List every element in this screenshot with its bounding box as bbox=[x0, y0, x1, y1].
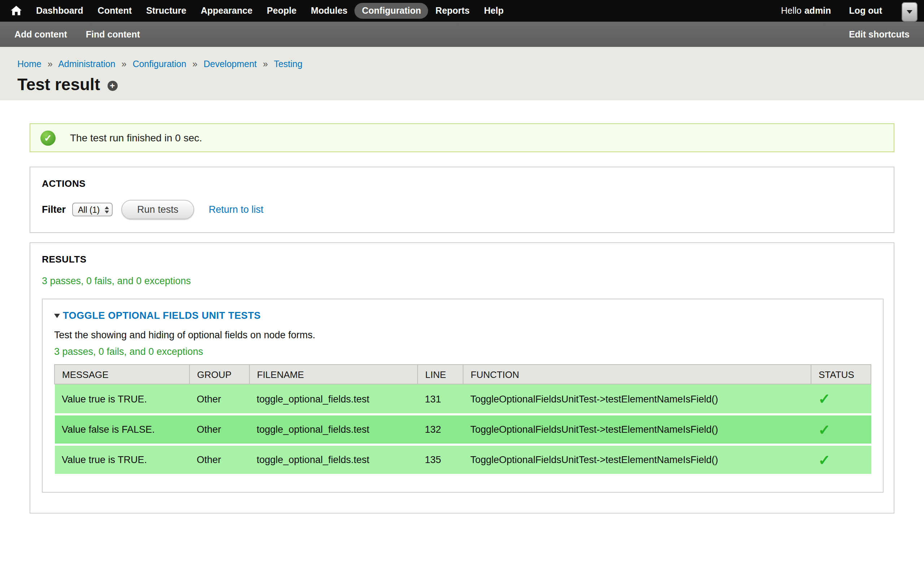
table-row: Value false is FALSE. Other toggle_optio… bbox=[55, 414, 871, 445]
test-group-toggle[interactable]: TOGGLE OPTIONAL FIELDS UNIT TESTS bbox=[54, 310, 261, 321]
menu-item-help[interactable]: Help bbox=[477, 3, 511, 19]
select-arrows-icon bbox=[105, 206, 109, 213]
add-shortcut-icon[interactable]: + bbox=[107, 81, 117, 91]
menu-item-configuration[interactable]: Configuration bbox=[355, 3, 428, 19]
cell-group: Other bbox=[189, 414, 249, 445]
table-row: Value true is TRUE. Other toggle_optiona… bbox=[55, 445, 871, 475]
actions-panel: ACTIONS Filter All (1) Run tests Return … bbox=[30, 167, 894, 233]
cell-message: Value false is FALSE. bbox=[55, 414, 189, 445]
cell-status: ✓ bbox=[811, 414, 871, 445]
pass-check-icon: ✓ bbox=[818, 391, 830, 407]
test-group-panel: TOGGLE OPTIONAL FIELDS UNIT TESTS Test t… bbox=[42, 298, 884, 493]
pass-check-icon: ✓ bbox=[818, 452, 830, 468]
cell-group: Other bbox=[189, 384, 249, 414]
shortcut-links: Add content Find content bbox=[15, 29, 140, 39]
page-header: Home » Administration » Configuration » … bbox=[0, 47, 924, 100]
col-header-line: LINE bbox=[418, 364, 463, 384]
home-icon[interactable] bbox=[7, 6, 29, 16]
cell-status: ✓ bbox=[811, 384, 871, 414]
actions-row: Filter All (1) Run tests Return to list bbox=[42, 200, 884, 219]
test-group-title: TOGGLE OPTIONAL FIELDS UNIT TESTS bbox=[63, 310, 261, 321]
shortcut-bar: Add content Find content Edit shortcuts bbox=[0, 22, 924, 47]
menu-item-dashboard[interactable]: Dashboard bbox=[29, 3, 90, 19]
cell-function: ToggleOptionalFieldsUnitTest->testElemen… bbox=[463, 384, 811, 414]
cell-function: ToggleOptionalFieldsUnitTest->testElemen… bbox=[463, 414, 811, 445]
menu-item-structure[interactable]: Structure bbox=[139, 3, 194, 19]
cell-message: Value true is TRUE. bbox=[55, 384, 189, 414]
menu-item-appearance[interactable]: Appearance bbox=[194, 3, 260, 19]
pass-check-icon: ✓ bbox=[818, 422, 830, 437]
actions-legend: ACTIONS bbox=[42, 178, 884, 189]
col-header-status: STATUS bbox=[811, 364, 871, 384]
main-content: ✓ The test run finished in 0 sec. ACTION… bbox=[0, 100, 924, 514]
success-check-icon: ✓ bbox=[40, 130, 56, 145]
drupal-admin-page: Dashboard Content Structure Appearance P… bbox=[0, 0, 924, 577]
breadcrumb-configuration[interactable]: Configuration bbox=[132, 59, 186, 69]
cell-function: ToggleOptionalFieldsUnitTest->testElemen… bbox=[463, 445, 811, 475]
status-message-text: The test run finished in 0 sec. bbox=[70, 132, 202, 143]
home-icon-glyph bbox=[11, 6, 22, 16]
breadcrumb-separator: » bbox=[122, 59, 127, 69]
filter-select-value: All (1) bbox=[78, 205, 100, 214]
toolbar-toggle-button[interactable] bbox=[901, 2, 918, 22]
menu-item-modules[interactable]: Modules bbox=[304, 3, 354, 19]
cell-message: Value true is TRUE. bbox=[55, 445, 189, 475]
breadcrumb-home[interactable]: Home bbox=[17, 59, 42, 69]
col-header-group: GROUP bbox=[189, 364, 249, 384]
admin-menu: Dashboard Content Structure Appearance P… bbox=[29, 3, 511, 19]
cell-line: 131 bbox=[418, 384, 463, 414]
chevron-down-icon bbox=[907, 10, 913, 14]
collapse-triangle-icon bbox=[54, 314, 60, 318]
results-legend: RESULTS bbox=[42, 254, 884, 265]
test-group-description: Test the showing and hiding of optional … bbox=[54, 330, 871, 340]
col-header-message: MESSAGE bbox=[55, 364, 189, 384]
breadcrumb-administration[interactable]: Administration bbox=[58, 59, 115, 69]
greeting-text: Helloadmin bbox=[781, 6, 831, 16]
breadcrumb-separator: » bbox=[48, 59, 53, 69]
test-group-summary: 3 passes, 0 fails, and 0 exceptions bbox=[54, 346, 871, 357]
toolbar-user-area: Helloadmin Log out bbox=[781, 6, 882, 16]
cell-filename: toggle_optional_fields.test bbox=[249, 445, 418, 475]
breadcrumb-separator: » bbox=[263, 59, 268, 69]
filter-select[interactable]: All (1) bbox=[72, 203, 113, 216]
breadcrumb-separator: » bbox=[192, 59, 197, 69]
shortcut-find-content[interactable]: Find content bbox=[86, 29, 140, 39]
table-row: Value true is TRUE. Other toggle_optiona… bbox=[55, 384, 871, 414]
shortcut-add-content[interactable]: Add content bbox=[15, 29, 67, 39]
results-summary: 3 passes, 0 fails, and 0 exceptions bbox=[42, 276, 884, 286]
cell-filename: toggle_optional_fields.test bbox=[249, 414, 418, 445]
menu-item-reports[interactable]: Reports bbox=[428, 3, 477, 19]
breadcrumb-development[interactable]: Development bbox=[204, 59, 257, 69]
cell-group: Other bbox=[189, 445, 249, 475]
logout-link[interactable]: Log out bbox=[849, 6, 882, 16]
page-title: Test result bbox=[17, 75, 100, 95]
menu-item-content[interactable]: Content bbox=[90, 3, 139, 19]
breadcrumb: Home » Administration » Configuration » … bbox=[17, 59, 907, 69]
cell-status: ✓ bbox=[811, 445, 871, 475]
breadcrumb-testing[interactable]: Testing bbox=[274, 59, 302, 69]
menu-item-people[interactable]: People bbox=[260, 3, 304, 19]
cell-filename: toggle_optional_fields.test bbox=[249, 384, 418, 414]
results-table: MESSAGE GROUP FILENAME LINE FUNCTION STA… bbox=[54, 364, 871, 476]
page-title-row: Test result + bbox=[17, 75, 907, 95]
return-to-list-link[interactable]: Return to list bbox=[208, 204, 263, 215]
edit-shortcuts-link[interactable]: Edit shortcuts bbox=[849, 29, 909, 39]
results-table-head: MESSAGE GROUP FILENAME LINE FUNCTION STA… bbox=[55, 364, 871, 384]
cell-line: 135 bbox=[418, 445, 463, 475]
status-message: ✓ The test run finished in 0 sec. bbox=[30, 123, 894, 152]
filter-label: Filter bbox=[42, 204, 66, 215]
greeting-word: Hello bbox=[781, 6, 802, 16]
results-panel: RESULTS 3 passes, 0 fails, and 0 excepti… bbox=[30, 242, 894, 514]
col-header-filename: FILENAME bbox=[249, 364, 418, 384]
run-tests-button[interactable]: Run tests bbox=[121, 200, 194, 219]
results-table-body: Value true is TRUE. Other toggle_optiona… bbox=[55, 384, 871, 475]
username-link[interactable]: admin bbox=[804, 6, 831, 16]
col-header-function: FUNCTION bbox=[463, 364, 811, 384]
admin-toolbar: Dashboard Content Structure Appearance P… bbox=[0, 0, 924, 22]
cell-line: 132 bbox=[418, 414, 463, 445]
